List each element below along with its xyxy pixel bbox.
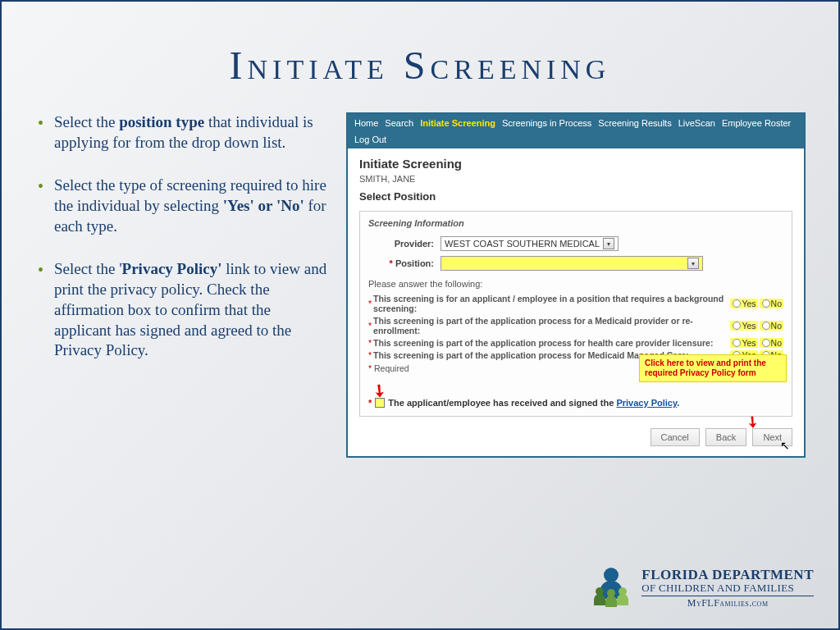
- nav-search[interactable]: Search: [385, 118, 413, 128]
- question-row-1: * This screening is for an applicant / e…: [368, 294, 783, 313]
- nav-screenings-in-process[interactable]: Screenings in Process: [502, 118, 591, 128]
- panel-title: Screening Information: [368, 218, 783, 228]
- app-nav: Home Search Initiate Screening Screening…: [348, 114, 804, 148]
- q3-no[interactable]: No: [760, 338, 783, 348]
- privacy-callout: Click here to view and print the require…: [639, 354, 787, 382]
- bullet-1: Select the position type that individual…: [34, 112, 330, 153]
- nav-log-out[interactable]: Log Out: [354, 135, 386, 144]
- dcf-logo-icon: [589, 566, 633, 610]
- question-row-2: * This screening is part of the applicat…: [368, 316, 783, 336]
- q2-yes[interactable]: Yes: [730, 321, 757, 331]
- chevron-down-icon: ▾: [687, 258, 699, 269]
- q1-yes[interactable]: Yes: [730, 299, 757, 308]
- next-button[interactable]: Next ➘ ↖: [752, 428, 792, 446]
- q2-no[interactable]: No: [760, 321, 783, 331]
- footer-logo: FLORIDA DEPARTMENT OF CHILDREN AND FAMIL…: [589, 566, 814, 610]
- slide-title: Initiate Screening: [2, 43, 838, 88]
- position-label: Position:: [368, 258, 434, 268]
- section-subhead: Select Position: [359, 190, 792, 203]
- nav-home[interactable]: Home: [354, 118, 378, 128]
- chevron-down-icon: ▾: [603, 238, 614, 249]
- button-row: Cancel Back Next ➘ ↖: [359, 428, 792, 446]
- question-row-3: * This screening is part of the applicat…: [368, 338, 783, 348]
- q3-yes[interactable]: Yes: [730, 338, 757, 348]
- screening-info-panel: Screening Information Provider: WEST COA…: [359, 211, 792, 417]
- provider-dropdown[interactable]: WEST COAST SOUTHERN MEDICAL ▾: [441, 236, 619, 251]
- footer-line-1: FLORIDA DEPARTMENT: [641, 568, 814, 582]
- footer-line-3: MyFLFamilies.com: [641, 598, 814, 609]
- questions-intro: Please answer the following:: [368, 279, 783, 289]
- back-button[interactable]: Back: [705, 428, 746, 446]
- page-title: Initiate Screening: [359, 157, 792, 171]
- nav-livescan[interactable]: LiveScan: [678, 118, 715, 128]
- affirmation-row: * The applicant/employee has received an…: [368, 398, 783, 408]
- position-dropdown[interactable]: ▾: [441, 256, 703, 271]
- instruction-bullets: Select the position type that individual…: [34, 112, 330, 458]
- provider-label: Provider:: [368, 239, 434, 249]
- affirmation-checkbox[interactable]: [375, 398, 385, 408]
- cancel-button[interactable]: Cancel: [651, 428, 700, 446]
- app-window: Home Search Initiate Screening Screening…: [346, 112, 806, 458]
- bullet-3: Select the 'Privacy Policy' link to view…: [34, 259, 330, 360]
- bullet-2: Select the type of screening required to…: [34, 176, 330, 236]
- nav-initiate-screening[interactable]: Initiate Screening: [420, 118, 495, 128]
- q1-no[interactable]: No: [760, 299, 783, 308]
- nav-employee-roster[interactable]: Employee Roster: [722, 118, 791, 128]
- nav-screening-results[interactable]: Screening Results: [598, 118, 671, 128]
- person-name: SMITH, JANE: [359, 174, 792, 184]
- footer-line-2: OF CHILDREN AND FAMILIES: [641, 582, 814, 596]
- privacy-policy-link[interactable]: Privacy Policy: [616, 398, 677, 408]
- provider-value: WEST COAST SOUTHERN MEDICAL: [445, 239, 600, 249]
